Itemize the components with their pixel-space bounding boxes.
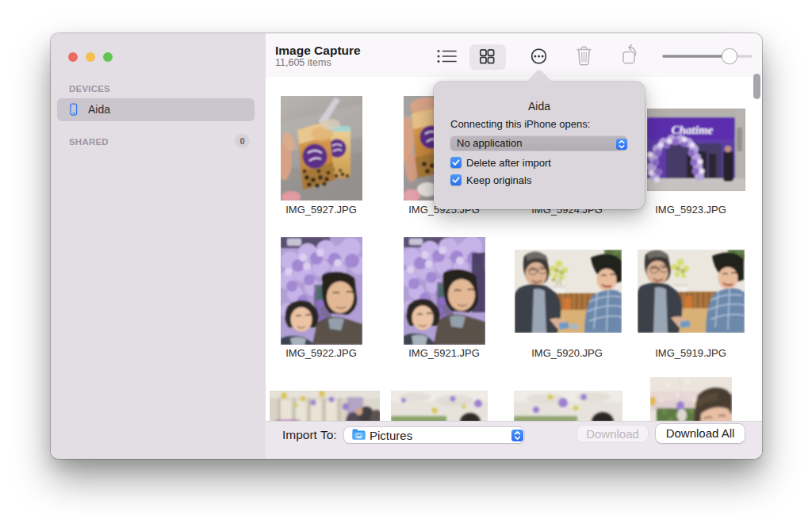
svg-text:Chatime: Chatime [671,124,713,136]
